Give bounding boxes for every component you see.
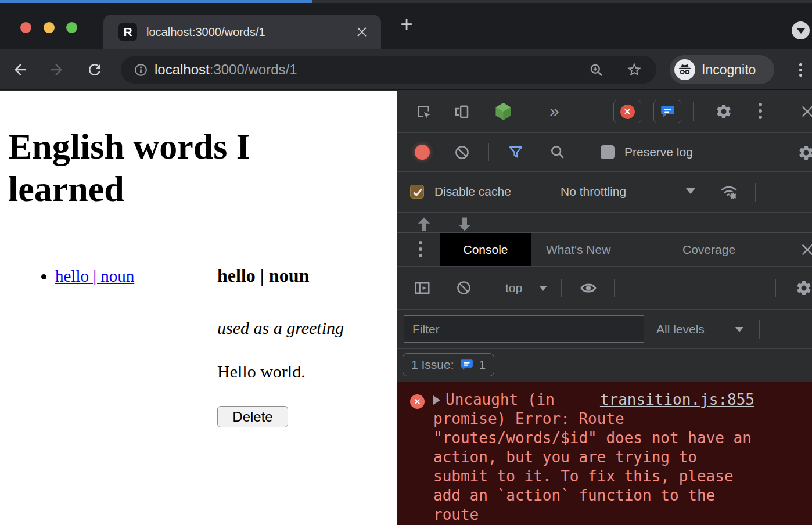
error-message-text: Uncaught (in promise) Error: Route "rout…: [433, 391, 752, 523]
error-badge-icon: [620, 105, 635, 119]
settings-gear-icon[interactable]: [715, 103, 732, 123]
url-path: :3000/words/1: [210, 62, 297, 77]
separator: [755, 183, 756, 202]
site-info-icon[interactable]: [134, 63, 148, 80]
preserve-log-label[interactable]: Preserve log: [624, 145, 693, 159]
record-network-log-button[interactable]: [415, 145, 430, 160]
tab-search-button[interactable]: [792, 21, 810, 39]
drawer-menu-button[interactable]: [419, 241, 422, 257]
separator: [775, 279, 776, 297]
list-item: hello | noun: [55, 265, 134, 287]
issue-text: 1 Issue:: [411, 358, 454, 372]
url-text: localhost:3000/words/1: [155, 56, 297, 84]
word-list: hello | noun: [8, 265, 134, 287]
console-settings-gear-icon[interactable]: [795, 279, 812, 299]
check-icon: [411, 185, 425, 199]
back-button[interactable]: [12, 61, 29, 78]
tab-title: localhost:3000/words/1: [146, 15, 265, 49]
disable-cache-checkbox[interactable]: [410, 185, 424, 199]
incognito-badge: Incognito: [670, 55, 774, 84]
separator: [561, 279, 562, 297]
network-settings-gear-icon[interactable]: [797, 144, 812, 164]
word-link[interactable]: hello | noun: [55, 267, 134, 285]
error-message: transition.js:855Uncaught (in promise) E…: [433, 390, 754, 524]
url-host: localhost: [155, 62, 210, 77]
inspect-element-icon[interactable]: [415, 103, 432, 123]
browser-tab[interactable]: R localhost:3000/words/1: [103, 15, 381, 49]
export-har-icon[interactable]: [455, 216, 474, 233]
browser-window: R localhost:3000/words/1 + localhost:300…: [0, 0, 812, 525]
network-conditions-icon[interactable]: [720, 182, 738, 203]
error-icon: [410, 394, 425, 409]
reload-button[interactable]: [86, 61, 103, 78]
context-selector[interactable]: top: [505, 281, 522, 295]
more-tabs-button[interactable]: »: [549, 102, 559, 120]
devtools-menu-button[interactable]: [759, 103, 762, 119]
word-definition: used as a greeting: [217, 318, 391, 338]
separator: [759, 320, 760, 339]
issue-counter-button[interactable]: 1 Issue: 1: [403, 353, 494, 376]
word-detail-title: hello | noun: [217, 265, 391, 286]
issue-bubble-icon: [660, 104, 676, 120]
search-icon[interactable]: [549, 144, 566, 163]
import-har-icon[interactable]: [415, 216, 433, 233]
tab-console[interactable]: Console: [440, 233, 531, 266]
devtools-close-icon[interactable]: [800, 104, 812, 121]
incognito-label: Incognito: [702, 55, 756, 84]
issue-counter-row: 1 Issue: 1: [397, 349, 812, 381]
drawer-tab-bar: Console What's New Coverage: [397, 233, 812, 267]
throttling-select[interactable]: No throttling: [561, 185, 626, 199]
separator: [693, 102, 694, 121]
node-icon[interactable]: [494, 102, 513, 123]
disable-cache-label[interactable]: Disable cache: [434, 185, 511, 199]
word-example: Hello world.: [217, 362, 391, 382]
tab-close-icon[interactable]: [355, 26, 368, 38]
har-buttons-row: [397, 213, 812, 233]
error-source-link[interactable]: transition.js:855: [600, 390, 754, 409]
zoom-level-icon[interactable]: [588, 62, 604, 80]
filter-funnel-icon[interactable]: [508, 144, 524, 163]
new-tab-button[interactable]: +: [396, 8, 417, 42]
issue-bubble-icon: [459, 358, 474, 372]
error-count-button[interactable]: [613, 100, 641, 123]
devtools-main-toolbar: »: [397, 91, 812, 133]
bookmark-star-icon[interactable]: [626, 62, 642, 80]
issue-count: 1: [479, 358, 486, 372]
browser-toolbar: localhost:3000/words/1 Incognito: [0, 49, 812, 90]
devtools-panel: »: [397, 91, 812, 525]
expand-triangle-icon[interactable]: [433, 395, 440, 405]
throttling-caret-icon[interactable]: [686, 188, 695, 194]
network-toolbar: Preserve log: [397, 133, 812, 172]
filter-input[interactable]: [404, 315, 644, 343]
tab-strip: R localhost:3000/words/1 +: [0, 3, 812, 49]
clear-console-icon[interactable]: [456, 280, 472, 298]
word-detail-panel: hello | noun used as a greeting Hello wo…: [217, 265, 391, 427]
console-toolbar: top: [397, 267, 812, 310]
window-maximize-button[interactable]: [66, 22, 77, 33]
issues-button[interactable]: [653, 100, 681, 123]
clear-network-log-icon[interactable]: [454, 145, 470, 163]
separator: [614, 279, 615, 297]
live-expression-eye-icon[interactable]: [580, 279, 597, 299]
drawer-close-icon[interactable]: [800, 242, 812, 260]
address-bar[interactable]: localhost:3000/words/1: [121, 56, 656, 84]
log-levels-select[interactable]: All levels: [656, 322, 705, 336]
tab-whats-new[interactable]: What's New: [546, 233, 610, 266]
console-error-entry: transition.js:855Uncaught (in promise) E…: [397, 381, 812, 525]
context-caret-icon[interactable]: [539, 286, 547, 291]
levels-caret-icon[interactable]: [735, 327, 743, 332]
console-sidebar-icon[interactable]: [414, 279, 431, 299]
window-close-button[interactable]: [20, 22, 31, 33]
incognito-icon: [674, 59, 695, 80]
browser-menu-button[interactable]: [799, 63, 802, 77]
window-minimize-button[interactable]: [44, 22, 55, 33]
preserve-log-checkbox[interactable]: [601, 145, 615, 159]
delete-button[interactable]: Delete: [217, 406, 288, 427]
network-options-row: Disable cache No throttling: [397, 172, 812, 213]
forward-button[interactable]: [48, 61, 65, 78]
separator: [529, 102, 529, 121]
tab-coverage[interactable]: Coverage: [682, 233, 735, 266]
web-page: English words I learned hello | noun hel…: [0, 91, 397, 525]
separator: [736, 143, 736, 161]
device-toolbar-icon[interactable]: [453, 103, 470, 123]
